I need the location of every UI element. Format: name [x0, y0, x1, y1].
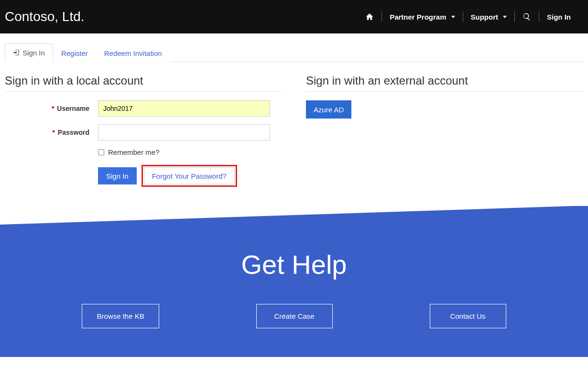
external-account-title: Sign in with an external account: [306, 74, 583, 92]
contact-us-button[interactable]: Contact Us: [430, 304, 506, 328]
support-label: Support: [471, 13, 499, 21]
sign-in-button-label: Sign In: [106, 172, 129, 180]
password-label: * Password: [5, 129, 98, 136]
username-row: * Username: [5, 100, 282, 117]
username-label-text: Username: [57, 105, 89, 112]
home-link[interactable]: [358, 9, 381, 25]
azure-ad-button[interactable]: Azure AD: [306, 100, 351, 119]
brand-title[interactable]: Contoso, Ltd.: [5, 9, 85, 24]
forgot-password-label: Forgot Your Password?: [152, 172, 227, 180]
top-navbar: Contoso, Ltd. Partner Program Support Si…: [0, 0, 588, 33]
auth-tabs: Sign In Register Redeem Invitation: [5, 43, 583, 62]
partner-program-label: Partner Program: [390, 13, 446, 21]
required-marker: *: [53, 129, 55, 136]
local-account-title: Sign in with a local account: [5, 74, 282, 92]
tab-redeem-label: Redeem Invitation: [104, 49, 162, 57]
support-menu[interactable]: Support: [463, 9, 515, 25]
tab-register[interactable]: Register: [53, 44, 96, 62]
username-input[interactable]: [98, 100, 270, 117]
username-label: * Username: [5, 105, 98, 112]
partner-program-menu[interactable]: Partner Program: [382, 9, 462, 25]
slant-decoration: [0, 205, 588, 225]
sign-in-button[interactable]: Sign In: [98, 167, 137, 184]
browse-kb-button[interactable]: Browse the KB: [82, 304, 159, 328]
remember-me-checkbox[interactable]: [98, 149, 104, 155]
required-marker: *: [52, 105, 54, 112]
get-help-section: Get Help Browse the KB Create Case Conta…: [0, 206, 588, 357]
header-sign-in-link[interactable]: Sign In: [539, 9, 578, 25]
local-account-column: Sign in with a local account * Username …: [5, 74, 282, 187]
external-account-column: Sign in with an external account Azure A…: [306, 74, 583, 187]
forgot-password-highlight: Forgot Your Password?: [142, 165, 237, 187]
help-buttons-row: Browse the KB Create Case Contact Us: [0, 304, 588, 357]
remember-me-row: Remember me?: [98, 148, 282, 156]
sign-in-button-row: Sign In Forgot Your Password?: [98, 165, 282, 187]
search-icon: [523, 12, 531, 21]
get-help-title: Get Help: [0, 249, 588, 280]
create-case-label: Create Case: [274, 312, 314, 320]
tab-redeem-invitation[interactable]: Redeem Invitation: [96, 44, 170, 62]
search-button[interactable]: [515, 9, 539, 25]
chevron-down-icon: [451, 16, 455, 18]
password-label-text: Password: [58, 129, 89, 136]
chevron-down-icon: [503, 16, 507, 18]
create-case-button[interactable]: Create Case: [256, 304, 333, 328]
tab-sign-in-label: Sign In: [22, 49, 45, 57]
sign-in-icon: [13, 49, 20, 56]
tab-register-label: Register: [61, 49, 88, 57]
contact-us-label: Contact Us: [450, 312, 485, 320]
password-input[interactable]: [98, 124, 270, 140]
header-sign-in-label: Sign In: [547, 13, 571, 21]
password-row: * Password: [5, 124, 282, 140]
browse-kb-label: Browse the KB: [97, 312, 144, 320]
forgot-password-button[interactable]: Forgot Your Password?: [144, 167, 235, 184]
sign-in-content: Sign in with a local account * Username …: [0, 62, 588, 206]
azure-ad-label: Azure AD: [314, 106, 344, 114]
home-icon: [365, 12, 374, 21]
remember-me-label: Remember me?: [108, 148, 160, 156]
tab-sign-in[interactable]: Sign In: [5, 43, 53, 62]
